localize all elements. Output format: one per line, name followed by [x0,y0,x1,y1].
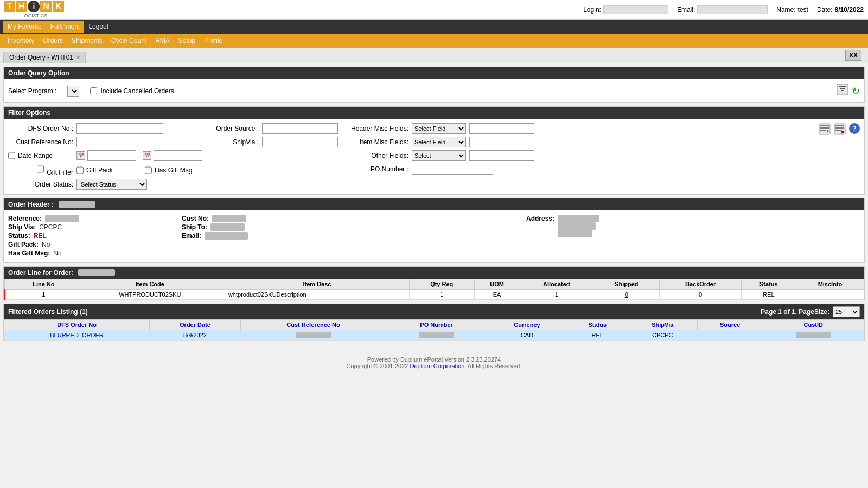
nav-cycle-count[interactable]: Cycle Count [107,35,151,47]
gift-filter-checkbox[interactable] [37,164,44,175]
ship-via-input[interactable] [262,137,338,147]
query-options-panel: Order Query Option Select Program : Incl… [3,67,865,103]
login-input[interactable] [603,5,668,14]
date-separator: - [138,152,141,159]
gift-pack-checkbox[interactable] [76,165,84,176]
has-gift-msg-checkbox[interactable] [145,165,152,176]
include-cancelled-checkbox[interactable] [90,87,97,94]
nav-shipments[interactable]: Shipments [67,35,107,47]
filter-action-icons: ? [819,123,860,137]
row-ship-via-v: CPCPC [628,330,697,341]
other-fields-row: Other Fields: Select Field1 [343,150,534,161]
row-po-number [386,330,487,341]
col-source[interactable]: Source [697,320,763,330]
date-end-input[interactable] [154,150,202,161]
order-status-select[interactable]: Select Status REL HOLD COMPLETE [76,179,147,190]
nav-rma[interactable]: RMA [151,35,174,47]
date-start-input[interactable] [87,150,136,161]
col-dfs-order-link[interactable]: DFS Order No [57,322,97,328]
nav-setup[interactable]: Setup [174,35,200,47]
item-misc-select[interactable]: Select Field Field1 [412,137,466,147]
refresh-icon[interactable]: ↻ [852,85,860,97]
status-detail-row: Status: REL [8,232,171,240]
left-filter-col: DFS Order No : Cust Reference No: Date R… [8,123,210,190]
nav-orders[interactable]: Orders [39,35,67,47]
order-source-input[interactable] [262,123,338,134]
footer-line1: Powered by Duplium ePortal Version 2.3.2… [9,356,859,363]
svg-rect-3 [841,90,844,91]
order-details-body: Reference: Ship Via: CPCPC Status: REL G… [4,210,864,262]
col-cust-ref[interactable]: Cust Reference No [241,320,386,330]
gift-filter-label: Gift Filter [47,169,73,176]
col-shipvia-link[interactable]: ShipVia [652,322,673,328]
date-range-checkbox[interactable] [8,150,15,161]
nav-fulfillment[interactable]: Fulfillment [46,21,85,33]
col-dfs-order[interactable]: DFS Order No [4,320,150,330]
help-icon[interactable]: ? [849,123,860,134]
other-fields-label: Other Fields: [343,152,409,159]
col-po-number[interactable]: PO Number [386,320,487,330]
email-label: Email: [677,6,695,14]
col-source-link[interactable]: Source [720,322,740,328]
row-dfs-order[interactable]: BLURRED_ORDER [4,330,150,341]
dfs-order-input[interactable] [76,123,163,134]
ship-via-detail-row: Ship Via: CPCPC [8,223,171,231]
col-shipvia[interactable]: ShipVia [628,320,697,330]
header-misc-label: Header Misc Fields: [343,125,409,132]
cust-ref-input[interactable] [76,137,163,147]
dfs-order-link[interactable]: BLURRED_ORDER [50,332,103,338]
has-gift-msg-detail-label: Has Gift Msg: [8,249,50,257]
nav-profile[interactable]: Profile [200,35,227,47]
select-program-dropdown[interactable] [67,86,79,97]
nav-inventory[interactable]: Inventory [3,35,39,47]
row-cust-id [763,330,864,341]
col-custid[interactable]: CustID [763,320,864,330]
col-status-h[interactable]: Status [567,320,628,330]
header-misc-input[interactable] [469,123,534,134]
header-misc-select[interactable]: Select Field Field1 [412,123,466,134]
cal-start-icon[interactable]: 📅 [76,151,85,160]
col-order-date-link[interactable]: Order Date [180,322,210,328]
status-detail-value: REL [34,232,47,240]
email-input[interactable] [697,5,768,14]
po-number-label: PO Number : [343,165,409,173]
filtered-orders-title: Filtered Orders Listing (1) [8,308,88,316]
col-custid-link[interactable]: CustID [804,322,823,328]
shipped-link[interactable]: 0 [625,291,628,298]
footer-link[interactable]: Duplium Corporation [410,363,464,369]
misc-fields-section: Header Misc Fields: Select Field Field1 … [343,123,534,175]
nav-logout[interactable]: Logout [84,21,113,33]
col-currency[interactable]: Currency [487,320,567,330]
filter-icon[interactable] [837,84,848,98]
order-line-table: Line No Item Code Item Desc Qty Req UOM … [4,279,864,300]
col-shipped: Shipped [593,279,660,290]
clear-filter-icon[interactable] [834,123,846,137]
filtered-orders-table: DFS Order No Order Date Cust Reference N… [4,319,864,341]
logo-h: H [16,1,28,12]
address-line3 [558,230,592,237]
po-number-input[interactable] [412,164,493,175]
panel-close-button[interactable]: XX [845,50,861,61]
nav-my-favorite[interactable]: My Favorite [3,21,46,33]
col-currency-link[interactable]: Currency [514,322,540,328]
gift-pack-detail-row: Gift Pack: No [8,241,171,248]
cal-end-icon[interactable]: 📅 [143,151,151,160]
col-po-number-link[interactable]: PO Number [420,322,453,328]
page-size-select[interactable]: 25 50 100 [833,306,860,317]
other-fields-select[interactable]: Select Field1 [412,150,466,161]
filter-rows-icon[interactable] [819,123,831,137]
tab-close-icon[interactable]: × [76,54,80,61]
nav-bar-orange: Inventory Orders Shipments Cycle Count R… [0,34,868,48]
col-cust-ref-link[interactable]: Cust Reference No [286,322,340,328]
col-status-link[interactable]: Status [588,322,607,328]
row-status-v: REL [567,330,628,341]
logo-n: N [40,1,52,12]
tab-order-query[interactable]: Order Query - WHT01 × [3,52,86,63]
ship-via-detail-value: CPCPC [39,223,62,231]
order-source-label: Order Source : [215,125,259,132]
other-fields-input[interactable] [469,150,534,161]
filtered-order-row[interactable]: BLURRED_ORDER 8/9/2022 CAD REL CPCPC [4,330,864,341]
row-marker [5,290,12,300]
item-misc-input[interactable] [469,137,534,147]
col-order-date[interactable]: Order Date [149,320,240,330]
